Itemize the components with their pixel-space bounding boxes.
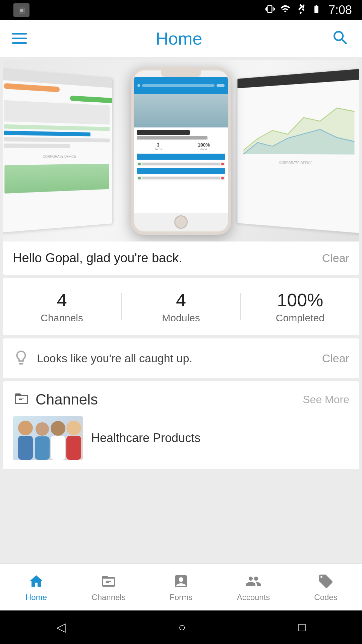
welcome-clear-button[interactable]: Clear	[322, 252, 349, 265]
home-button[interactable]: ○	[178, 620, 186, 634]
channels-folder-icon	[13, 391, 30, 408]
stat-modules: 4 Modules	[122, 289, 240, 324]
completed-count: 100%	[241, 289, 359, 310]
menu-button[interactable]	[12, 33, 27, 44]
channels-card: Channels See More	[3, 381, 359, 469]
svg-rect-7	[51, 436, 65, 460]
battery-icon	[310, 4, 322, 16]
nav-label-accounts: Accounts	[237, 593, 270, 602]
modules-label: Modules	[122, 312, 240, 324]
svg-rect-3	[18, 436, 33, 460]
home-icon	[27, 573, 45, 590]
hero-left-dashboard: CORPORATE OFFICE	[3, 69, 112, 233]
app-bar: Home	[0, 20, 362, 57]
bulb-icon	[13, 349, 29, 367]
codes-icon	[317, 573, 335, 590]
stats-card: 4 Channels 4 Modules 100% Completed	[3, 278, 359, 335]
svg-point-8	[66, 421, 81, 435]
notification-left: Looks like you're all caught up.	[13, 349, 192, 367]
search-button[interactable]	[331, 29, 350, 48]
nav-label-forms: Forms	[170, 593, 192, 602]
svg-point-2	[18, 421, 33, 435]
channels-see-more-button[interactable]: See More	[303, 393, 349, 406]
channels-count: 4	[3, 289, 121, 310]
notification-clear-button[interactable]: Clear	[322, 352, 349, 365]
nav-item-forms[interactable]: Forms	[145, 564, 217, 610]
notification-card: Looks like you're all caught up. Clear	[3, 338, 359, 378]
status-time: 7:08	[328, 3, 352, 17]
android-nav-bar: ◁ ○ □	[0, 610, 362, 644]
page-title: Home	[156, 29, 202, 49]
channels-section-title: Channels	[36, 391, 98, 408]
stat-channels: 4 Channels	[3, 289, 121, 324]
modules-count: 4	[122, 289, 240, 310]
welcome-card: CORPORATE OFFICE CORPORATE OFFICE	[3, 60, 359, 275]
phone-mockup: 3 items 100% done	[131, 67, 231, 235]
channel-item[interactable]: Healthcare Products	[13, 416, 349, 460]
signal-blocked-icon	[296, 4, 306, 16]
channels-title-row: Channels	[13, 391, 98, 408]
channels-nav-icon	[100, 573, 117, 590]
wifi-icon	[280, 4, 291, 16]
channels-header: Channels See More	[13, 391, 349, 408]
status-icons	[265, 4, 322, 16]
nav-item-accounts[interactable]: Accounts	[217, 564, 290, 610]
forms-icon	[172, 573, 190, 590]
svg-rect-9	[66, 436, 81, 460]
nav-label-codes: Codes	[314, 593, 337, 602]
nav-item-home[interactable]: Home	[0, 564, 72, 610]
svg-rect-5	[35, 436, 50, 460]
svg-point-4	[36, 422, 49, 436]
hero-right-dashboard: CORPORATE OFFICE	[237, 68, 359, 233]
nav-label-channels: Channels	[92, 593, 125, 602]
thumbnail-icon	[13, 3, 29, 17]
nav-item-channels[interactable]: Channels	[72, 564, 145, 610]
accounts-icon	[245, 573, 262, 590]
channel-name: Healthcare Products	[91, 431, 200, 445]
channels-label: Channels	[3, 312, 121, 324]
channel-image	[13, 416, 83, 460]
nav-item-codes[interactable]: Codes	[290, 564, 362, 610]
nav-label-home: Home	[25, 593, 47, 602]
recents-button[interactable]: □	[298, 620, 306, 634]
back-button[interactable]: ◁	[56, 620, 66, 634]
notification-message: Looks like you're all caught up.	[37, 352, 192, 365]
vibrate-icon	[265, 4, 275, 16]
welcome-message: Hello Gopal, glad you're back.	[13, 251, 182, 265]
welcome-footer: Hello Gopal, glad you're back. Clear	[3, 241, 359, 275]
welcome-hero: CORPORATE OFFICE CORPORATE OFFICE	[3, 60, 359, 241]
svg-point-6	[51, 421, 65, 436]
bottom-nav: Home Channels Forms Accounts	[0, 564, 362, 610]
status-bar: 7:08	[0, 0, 362, 20]
completed-label: Completed	[241, 312, 359, 324]
stat-completed: 100% Completed	[241, 289, 359, 324]
main-content: CORPORATE OFFICE CORPORATE OFFICE	[0, 57, 362, 564]
